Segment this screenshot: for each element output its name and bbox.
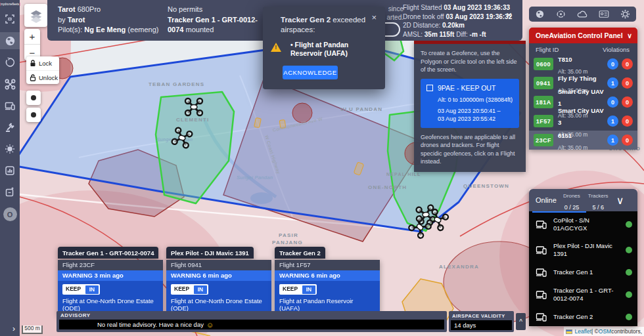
dot-icon: [31, 112, 36, 117]
map-attribution: Leaflet | © OSM contributors,: [564, 327, 644, 336]
geofence-zone-card[interactable]: 9PAE - KEEP OUT Alt: 0 to 100000m (32808…: [421, 79, 519, 128]
unlock-icon: [30, 74, 36, 81]
leaflet-link[interactable]: Leaflet: [574, 328, 591, 335]
close-icon[interactable]: ×: [371, 12, 377, 22]
trackers-counter: Trackers5 / 6: [588, 188, 609, 212]
collapse-chevron-button[interactable]: ^: [516, 313, 526, 330]
advisory-label: ADVISORY: [60, 312, 447, 318]
online-status-dot: [626, 221, 632, 228]
user-avatar[interactable]: O: [3, 207, 17, 221]
device-row[interactable]: Tracker Gen 1 - GRT-0012-0074: [529, 282, 637, 307]
device-icon: [536, 290, 547, 299]
close-icon[interactable]: ×: [506, 9, 512, 20]
geofence-hint-bottom: Geofences here are applicable to all dro…: [421, 133, 519, 166]
map-layers-button[interactable]: [24, 4, 47, 27]
map-label: NEPAL HILL: [386, 172, 421, 177]
modal-title: Tracker Gen 2 exceeded airspaces:: [281, 15, 366, 35]
draw-circle-tool-button[interactable]: [26, 91, 41, 105]
warning-count: 0: [607, 96, 618, 108]
online-status-dot: [626, 314, 632, 320]
chevron-down-icon: ∨: [627, 32, 632, 39]
card-title: Tracker Gen 2: [275, 247, 325, 259]
map-toolbar: [529, 7, 636, 22]
device-row[interactable]: Tracker Gen 2: [529, 307, 637, 326]
violation-count: 0: [622, 116, 633, 127]
card-flight-id: Flight 23CF: [58, 260, 163, 270]
geofence-hint-top: To create a Geofence, use the Polygon or…: [421, 49, 519, 74]
contact-card-icon[interactable]: [599, 10, 609, 18]
cloud-icon[interactable]: [577, 10, 587, 18]
card-flight-id: Flight 1F57: [275, 260, 380, 270]
card-warning-status: WARNING 6 min ago: [275, 270, 380, 281]
brightness-icon[interactable]: [0, 140, 20, 158]
airspace-validity-value: 14 days: [451, 320, 512, 330]
permit-mount-info: No permits Tracker Gen 1 - GRT-0012-0074…: [168, 5, 273, 35]
online-devices-panel: Online Drones0 / 25 Trackers5 / 6 ∨ CoPi…: [529, 189, 637, 326]
online-status-dot: [626, 247, 632, 253]
radar-icon[interactable]: [556, 9, 566, 19]
drone-marker[interactable]: [184, 97, 204, 117]
drone-icon[interactable]: [0, 75, 20, 93]
warning-card[interactable]: Tracker Gen 2 Flight 1F57 WARNING 6 min …: [275, 247, 380, 316]
violation-count: 0: [622, 77, 633, 89]
warning-card[interactable]: Tracker Gen 1 - GRT-0012-0074 Flight 23C…: [58, 247, 163, 316]
advisory-message: No real time advisory. Have a nice day☺: [59, 320, 444, 329]
analytics-icon[interactable]: [0, 162, 20, 179]
gear-icon[interactable]: [620, 9, 630, 19]
smiley-icon: ☺: [206, 321, 214, 329]
airspace-validity-panel: AIRSPACE VALIDITY 14 days: [449, 311, 514, 332]
fullscreen-icon[interactable]: [0, 10, 20, 28]
map-globe-icon[interactable]: [0, 32, 20, 49]
map-label: TEBAN GARDENS: [149, 81, 204, 87]
online-panel-header[interactable]: Online Drones0 / 25 Trackers5 / 6 ∨: [529, 189, 637, 211]
card-location: Flight at One-North Drone Estate (ODE): [62, 297, 158, 312]
device-icon: [536, 312, 547, 322]
device-icon: [536, 245, 547, 255]
unlock-button[interactable]: Unlock: [26, 70, 59, 84]
sidebar-expand-chevron-icon[interactable]: ›: [12, 324, 15, 333]
keep-in-badge: KEEPIN: [279, 284, 317, 295]
acknowledge-button[interactable]: ACKNOWLEDGE: [283, 66, 338, 79]
card-location: Flight at Pandan Reservoir (UAFA): [279, 297, 375, 312]
drone-identity: Tarot 680Pro by Tarot Pilot(s): Ng Ee Me…: [58, 5, 158, 35]
osm-link[interactable]: OSM: [599, 328, 611, 335]
device-icon: [536, 220, 547, 229]
warning-card[interactable]: Plex Pilot - DJI Mavic 1391 Flight 0941 …: [166, 247, 271, 316]
device-row[interactable]: CoPilot - S/N 01AGCYGX: [529, 211, 637, 237]
warning-count: 1: [607, 135, 618, 146]
map-label-water: Sungei Pandan: [237, 175, 273, 180]
zoom-in-button[interactable]: +: [24, 29, 40, 45]
airspace-validity-label: AIRSPACE VALIDITY: [452, 313, 514, 319]
flight-id-badge: 181A: [534, 96, 553, 108]
polygon-icon: [426, 85, 433, 91]
keep-in-badge: KEEPIN: [171, 284, 208, 295]
flight-id-badge: 23CF: [534, 134, 553, 146]
map-label: QUEENSTOWN: [463, 183, 509, 189]
tab-indicator: [532, 211, 586, 213]
zoom-controls: + −: [24, 29, 40, 60]
devices-icon[interactable]: [0, 97, 20, 114]
map-scale: 500 m: [22, 326, 43, 334]
control-panel-header[interactable]: OneAviation Control Panel ∨: [529, 28, 637, 43]
globe-icon[interactable]: [535, 9, 545, 19]
keep-in-badge: KEEPIN: [62, 284, 100, 295]
card-warning-status: WARNING 6 min ago: [166, 270, 271, 281]
map-label: ONE-NORTH: [368, 184, 407, 190]
flight-id-badge: 0600: [534, 58, 553, 70]
device-row[interactable]: Plex Pilot - DJI Mavic 1391: [529, 237, 637, 262]
lock-button[interactable]: Lock: [26, 56, 59, 70]
app-logo: [mydronefleets]: [0, 2, 20, 6]
card-warning-status: WARNING 3 min ago: [58, 270, 163, 281]
flight-row-selected[interactable]: 23CF 6151Alt: 35.00 m 1 0: [529, 131, 637, 150]
card-location: Flight at One-North Drone Estate (ODE): [171, 297, 267, 312]
gavel-icon[interactable]: [0, 119, 20, 136]
warning-count: 1: [607, 116, 618, 127]
compose-icon[interactable]: [0, 184, 20, 201]
history-icon[interactable]: [0, 54, 20, 71]
device-row[interactable]: Tracker Gen 1: [529, 262, 637, 282]
map-label: ALEXANDRA: [439, 264, 479, 270]
draw-marker-tool-button[interactable]: [26, 108, 41, 122]
app-root: TEBAN GARDENS CLEMENTI ULU PANDAN ONE-NO…: [0, 0, 644, 336]
oneaviation-control-panel: OneAviation Control Panel ∨ Flight IDVio…: [529, 28, 637, 150]
telemetry-note-fragment: sincearted.: [384, 5, 403, 22]
